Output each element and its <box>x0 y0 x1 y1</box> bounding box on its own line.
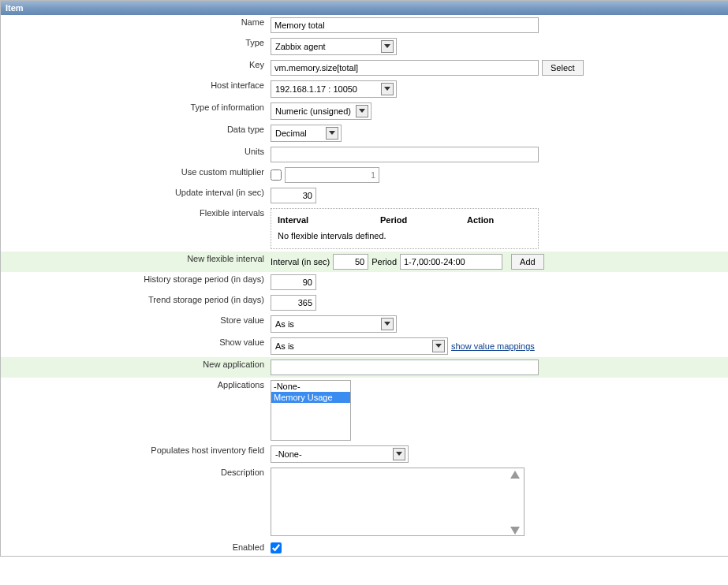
description-textarea[interactable] <box>271 468 525 536</box>
label-history-storage: History storage period (in days) <box>1 272 267 292</box>
store-value-value: As is <box>275 319 294 329</box>
populates-inventory-value: -None- <box>275 449 302 459</box>
label-host-interface: Host interface <box>1 78 267 100</box>
chevron-down-icon <box>381 318 394 330</box>
chevron-down-icon <box>381 40 394 53</box>
flex-no-defined: No flexible intervals defined. <box>278 231 532 240</box>
applications-option[interactable]: -None- <box>271 381 350 392</box>
label-type-of-information: Type of information <box>1 100 267 122</box>
type-select-value: Zabbix agent <box>275 42 326 51</box>
chevron-down-icon <box>326 127 338 140</box>
flex-header-interval: Interval <box>278 215 380 225</box>
add-button[interactable]: Add <box>511 254 544 270</box>
flex-header-period: Period <box>380 215 467 225</box>
data-type-select[interactable]: Decimal <box>271 125 342 142</box>
new-application-input[interactable] <box>271 360 539 375</box>
chevron-down-icon <box>356 105 368 117</box>
label-store-value: Store value <box>1 313 267 335</box>
populates-inventory-select[interactable]: -None- <box>271 445 409 463</box>
label-enabled: Enabled <box>1 540 267 556</box>
label-applications: Applications <box>1 378 267 443</box>
key-input[interactable] <box>271 60 539 76</box>
item-panel: Item Name Type Zabbix agent Key Select <box>0 0 728 557</box>
label-key: Key <box>1 58 267 78</box>
svg-marker-2 <box>359 109 365 113</box>
host-interface-value: 192.168.1.17 : 10050 <box>275 84 357 94</box>
applications-listbox[interactable]: -None- Memory Usage <box>271 380 351 441</box>
units-input[interactable] <box>271 147 539 162</box>
item-form: Name Type Zabbix agent Key Select <box>1 15 728 556</box>
show-value-mappings-link[interactable]: show value mappings <box>451 341 535 351</box>
svg-marker-4 <box>384 322 390 326</box>
update-interval-input[interactable] <box>271 188 316 203</box>
label-name: Name <box>1 15 267 35</box>
svg-marker-1 <box>384 87 390 91</box>
data-type-value: Decimal <box>275 129 307 138</box>
svg-marker-6 <box>396 452 402 456</box>
chevron-down-icon <box>393 448 405 460</box>
applications-option[interactable]: Memory Usage <box>271 392 350 403</box>
new-flex-interval-label: Interval (in sec) <box>271 257 330 266</box>
svg-marker-5 <box>435 344 442 348</box>
new-flex-period-label: Period <box>371 257 397 266</box>
flex-header-action: Action <box>467 215 494 225</box>
label-units: Units <box>1 144 267 165</box>
label-update-interval: Update interval (in sec) <box>1 185 267 206</box>
new-flex-interval-input[interactable] <box>333 254 368 270</box>
label-new-flexible-interval: New flexible interval <box>1 252 267 272</box>
type-of-information-select[interactable]: Numeric (unsigned) <box>271 102 371 120</box>
label-show-value: Show value <box>1 335 267 357</box>
type-of-information-value: Numeric (unsigned) <box>275 106 351 116</box>
label-trend-storage: Trend storage period (in days) <box>1 292 267 313</box>
label-populates-inventory: Populates host inventory field <box>1 443 267 465</box>
label-type: Type <box>1 35 267 58</box>
type-select[interactable]: Zabbix agent <box>271 38 397 55</box>
flexible-intervals-box: Interval Period Action No flexible inter… <box>271 208 539 249</box>
label-data-type: Data type <box>1 122 267 144</box>
store-value-select[interactable]: As is <box>271 315 397 333</box>
label-use-custom-multiplier: Use custom multiplier <box>1 165 267 185</box>
chevron-down-icon <box>432 340 445 352</box>
multiplier-input[interactable] <box>285 167 379 183</box>
show-value-value: As is <box>275 341 294 351</box>
label-flexible-intervals: Flexible intervals <box>1 206 267 252</box>
host-interface-select[interactable]: 192.168.1.17 : 10050 <box>271 80 397 98</box>
use-custom-multiplier-checkbox[interactable] <box>271 170 282 181</box>
svg-marker-3 <box>329 131 335 135</box>
panel-title: Item <box>1 1 728 15</box>
label-description: Description <box>1 465 267 540</box>
history-storage-input[interactable] <box>271 274 316 290</box>
show-value-select[interactable]: As is <box>271 337 448 355</box>
enabled-checkbox[interactable] <box>271 542 282 553</box>
new-flex-period-input[interactable] <box>400 254 502 270</box>
svg-marker-0 <box>384 44 390 48</box>
trend-storage-input[interactable] <box>271 295 316 311</box>
chevron-down-icon <box>381 83 394 95</box>
select-button[interactable]: Select <box>542 60 584 76</box>
label-new-application: New application <box>1 357 267 378</box>
name-input[interactable] <box>271 17 539 33</box>
